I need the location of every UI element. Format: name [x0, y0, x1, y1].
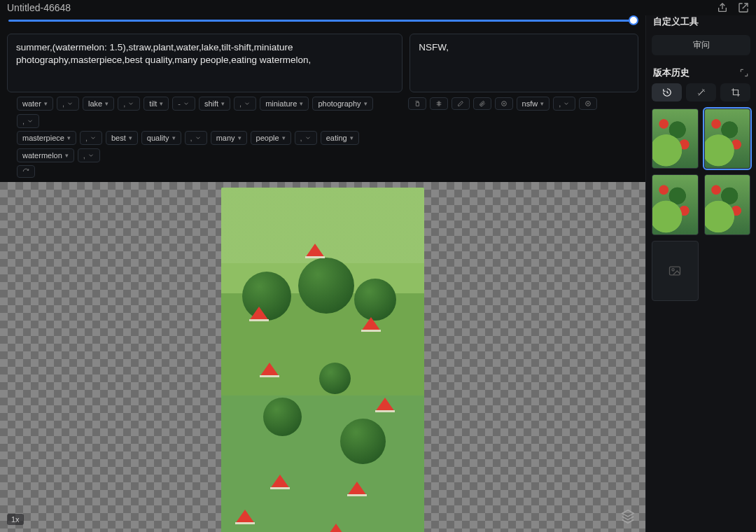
chevron-down-icon: ▾: [44, 100, 48, 107]
target2-icon[interactable]: [579, 97, 597, 110]
sidebar-tab[interactable]: 审问: [652, 35, 750, 55]
hash-icon[interactable]: [430, 97, 448, 110]
positive-prompt-box[interactable]: summer,(watermelon: 1.5),straw,plant,wat…: [7, 34, 402, 92]
chevron-down-icon: ▾: [67, 134, 71, 141]
tools-title: 自定义工具: [646, 15, 756, 31]
share-icon[interactable]: [717, 2, 728, 13]
chevron-down-icon: [27, 118, 34, 125]
chevron-down-icon: ▾: [129, 134, 132, 141]
pos-tag-best[interactable]: best▾: [106, 131, 138, 145]
copy-icon[interactable]: [408, 97, 426, 110]
history-thumb-1[interactable]: [704, 108, 751, 169]
separator-pill[interactable]: ,: [295, 131, 317, 145]
history-section-title: 版本历史: [653, 66, 690, 79]
chevron-down-icon: ▾: [172, 134, 176, 141]
pos-tag-tilt[interactable]: tilt▾: [144, 97, 169, 111]
separator-pill[interactable]: ,: [17, 114, 39, 128]
chevron-down-icon: [183, 100, 190, 107]
refresh-tag-icon[interactable]: [17, 165, 35, 178]
negative-prompt-box[interactable]: NSFW,: [410, 34, 638, 92]
positive-prompt-text: summer,(watermelon: 1.5),straw,plant,wat…: [16, 41, 393, 66]
expand-icon[interactable]: [739, 68, 749, 78]
chevron-down-icon: [66, 100, 74, 107]
chevron-down-icon: [90, 134, 97, 141]
separator-pill[interactable]: ,: [118, 97, 140, 111]
pos-tag-miniature[interactable]: miniature▾: [260, 97, 309, 111]
chevron-down-icon: [244, 100, 251, 107]
neg-tag-nsfw[interactable]: nsfw▾: [517, 97, 550, 111]
chevron-down-icon: [88, 152, 94, 159]
edit-icon[interactable]: [451, 97, 470, 110]
document-title: Untitled-46648: [7, 2, 711, 13]
chevron-down-icon: ▾: [238, 134, 241, 141]
svg-point-1: [503, 103, 505, 104]
pos-tag-water[interactable]: water▾: [17, 97, 53, 111]
chevron-down-icon: ▾: [350, 134, 354, 141]
history-icon[interactable]: [652, 83, 682, 102]
chevron-down-icon: ▾: [364, 100, 368, 107]
separator-pill[interactable]: ,: [553, 97, 575, 111]
timeline-slider[interactable]: [0, 15, 645, 31]
separator-pill[interactable]: ,: [57, 97, 79, 111]
chevron-down-icon: ▾: [65, 152, 69, 159]
right-panel: 自定义工具 审问 版本历史: [645, 15, 756, 532]
pos-tag-quality[interactable]: quality▾: [141, 131, 181, 145]
chevron-down-icon: ▾: [221, 100, 225, 107]
crop-icon[interactable]: [720, 83, 750, 102]
pos-tag-masterpiece[interactable]: masterpiece▾: [17, 131, 76, 145]
history-thumb-empty[interactable]: [652, 241, 699, 301]
attach-icon[interactable]: [473, 97, 491, 110]
svg-point-3: [587, 103, 589, 104]
chevron-down-icon: ▾: [282, 134, 286, 141]
positive-tags: water▾,lake▾,tilt▾-shift▾,miniature▾phot…: [7, 92, 391, 182]
layers-icon[interactable]: [620, 508, 636, 524]
history-thumb-0[interactable]: [652, 108, 699, 169]
pos-tag-many[interactable]: many▾: [211, 131, 247, 145]
separator-pill[interactable]: ,: [78, 148, 100, 162]
separator-pill[interactable]: ,: [80, 131, 102, 145]
chevron-down-icon: [195, 134, 202, 141]
external-icon[interactable]: [738, 2, 749, 13]
svg-point-5: [672, 269, 674, 271]
negative-tags: nsfw▾,: [398, 92, 638, 182]
chevron-down-icon: ▾: [160, 100, 163, 107]
chevron-down-icon: ▾: [540, 100, 544, 107]
generated-image[interactable]: [221, 188, 424, 532]
zoom-level[interactable]: 1x: [7, 514, 24, 525]
history-tool-row: [646, 83, 756, 102]
image-placeholder-icon: [668, 264, 682, 278]
history-thumb-3[interactable]: [704, 174, 751, 234]
separator-pill[interactable]: -: [172, 97, 195, 111]
chevron-down-icon: [563, 100, 570, 107]
pos-tag-people[interactable]: people▾: [251, 131, 291, 145]
prompts-row: summer,(watermelon: 1.5),straw,plant,wat…: [0, 31, 645, 92]
svg-point-0: [501, 102, 506, 106]
separator-pill[interactable]: ,: [185, 131, 207, 145]
pos-tag-shift[interactable]: shift▾: [199, 97, 230, 111]
chevron-down-icon: [304, 134, 312, 141]
history-grid: [646, 102, 756, 308]
chevron-down-icon: ▾: [105, 100, 108, 107]
svg-point-2: [586, 102, 591, 106]
pos-tag-lake[interactable]: lake▾: [83, 97, 114, 111]
canvas-area[interactable]: 1x: [0, 182, 645, 532]
wand-icon[interactable]: [686, 83, 716, 102]
top-bar: Untitled-46648: [0, 0, 756, 15]
negative-prompt-text: NSFW,: [419, 41, 629, 54]
history-thumb-2[interactable]: [652, 174, 699, 234]
pos-tag-photography[interactable]: photography▾: [312, 97, 372, 111]
pos-tag-eating[interactable]: eating▾: [321, 131, 359, 145]
chevron-down-icon: [127, 100, 134, 107]
target-icon[interactable]: [495, 97, 513, 110]
chevron-down-icon: ▾: [300, 100, 303, 107]
separator-pill[interactable]: ,: [234, 97, 256, 111]
pos-tag-watermelon[interactable]: watermelon▾: [17, 148, 74, 162]
